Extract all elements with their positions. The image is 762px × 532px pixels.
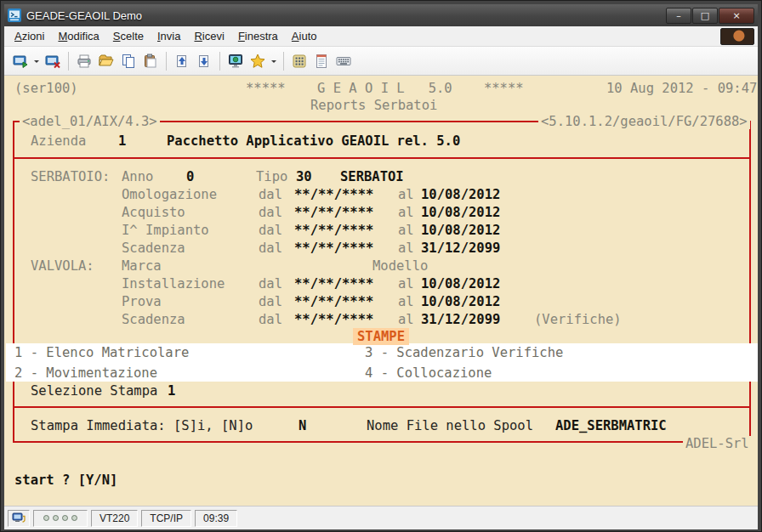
- print-option-4[interactable]: 4 - Collocazione: [365, 365, 492, 381]
- paste-icon[interactable]: [139, 50, 162, 72]
- row-label: Scadenza: [122, 241, 185, 256]
- toolbar-separator: [219, 52, 220, 71]
- menubar-logo-image: [720, 28, 754, 45]
- valvola-section-label: VALVOLA:: [31, 258, 94, 274]
- connection-status-cell: [8, 510, 30, 527]
- dal-word: dal: [259, 187, 282, 202]
- terminal-type-cell: VT220: [91, 510, 138, 527]
- date-to: 31/12/2099: [421, 241, 500, 256]
- al-word: al: [398, 205, 414, 220]
- app-banner: ***** G E A O I L 5.0 *****: [246, 81, 524, 96]
- keypad-icon[interactable]: [288, 50, 310, 72]
- menu-invia[interactable]: Invia: [151, 27, 187, 45]
- close-button[interactable]: ×: [719, 8, 754, 24]
- menu-aiuto[interactable]: Aiuto: [285, 27, 324, 45]
- titlebar[interactable]: GEADE-GEAOIL Demo – □ ×: [4, 4, 758, 26]
- connection-icon: [12, 512, 26, 525]
- date-from: **/**/****: [294, 312, 373, 327]
- hotspots-dropdown-icon[interactable]: [269, 50, 279, 72]
- date-to: 10/08/2012: [421, 187, 500, 202]
- display-setup-icon[interactable]: [225, 50, 247, 72]
- date-from: **/**/****: [294, 241, 373, 256]
- window-title: GEADE-GEAOIL Demo: [26, 9, 142, 22]
- window-controls: – □ ×: [665, 8, 754, 24]
- print-option-1[interactable]: 1 - Elenco Matricolare: [14, 345, 189, 360]
- connect-dropdown-icon[interactable]: [31, 50, 42, 72]
- menubar: Azioni Modifica Scelte Invia Ricevi Fine…: [4, 26, 758, 47]
- dal-word: dal: [259, 276, 282, 291]
- marca-label: Marca: [122, 258, 162, 274]
- toolbar-separator: [68, 52, 69, 71]
- spool-value[interactable]: ADE_SERBMATRIC: [555, 418, 667, 433]
- send-files-icon[interactable]: [171, 50, 193, 72]
- date-from: **/**/****: [294, 187, 373, 202]
- package-name: Pacchetto Applicativo GEAOIL rel. 5.0: [167, 133, 460, 149]
- connect-icon[interactable]: [9, 50, 31, 72]
- selezione-label: Selezione Stampa: [31, 383, 157, 399]
- dal-word: dal: [259, 205, 282, 220]
- stampa-immediata-value[interactable]: N: [299, 418, 306, 433]
- date-from: **/**/****: [294, 205, 373, 220]
- protocol-cell: TCP/IP: [141, 510, 191, 527]
- company-label: ADEL-Srl: [683, 436, 752, 451]
- copy-icon[interactable]: [117, 50, 139, 72]
- row-label: Scadenza: [122, 312, 185, 327]
- tipo-value: 30: [296, 169, 312, 184]
- tipo-name: SERBATOI: [340, 169, 404, 184]
- disconnect-icon[interactable]: [42, 50, 64, 72]
- receive-files-icon[interactable]: [193, 50, 215, 72]
- serbatoio-section-label: SERBATOIO:: [31, 169, 110, 184]
- anno-label: Anno: [122, 169, 153, 184]
- maximize-button[interactable]: □: [692, 8, 718, 24]
- notes-icon[interactable]: [310, 50, 333, 72]
- print-option-2[interactable]: 2 - Movimentazione: [14, 365, 157, 381]
- print-option-3[interactable]: 3 - Scadenzario Verifiche: [365, 345, 563, 360]
- keyboard-map-icon[interactable]: [333, 50, 355, 72]
- frame-separator: [13, 406, 751, 408]
- menu-modifica[interactable]: Modifica: [51, 27, 105, 45]
- spool-label: Nome File nello Spool: [367, 418, 533, 433]
- session-indicator-dots: [33, 510, 88, 527]
- dal-word: dal: [259, 312, 282, 327]
- row-label: Acquisto: [122, 205, 185, 220]
- date-to: 10/08/2012: [421, 276, 500, 291]
- row-label: Prova: [122, 294, 162, 309]
- al-word: al: [398, 241, 414, 256]
- al-word: al: [398, 276, 414, 291]
- date-to: 31/12/2099: [421, 312, 500, 327]
- minimize-button[interactable]: –: [666, 8, 691, 24]
- date-from: **/**/****: [294, 294, 373, 309]
- app-icon[interactable]: [8, 8, 21, 22]
- stampa-immediata-label: Stampa Immediata: [S]i, [N]o: [31, 418, 253, 433]
- menu-scelte[interactable]: Scelte: [106, 27, 151, 45]
- row-label: Installazione: [122, 276, 225, 291]
- azienda-label: Azienda: [31, 133, 86, 149]
- modello-label: Modello: [372, 258, 428, 274]
- menu-ricevi[interactable]: Ricevi: [187, 27, 230, 45]
- clock-cell: 09:39: [195, 510, 237, 527]
- dal-word: dal: [259, 241, 282, 256]
- dal-word: dal: [259, 294, 282, 309]
- version-label: <5.10.1.2/geaoil/FG/27688>: [538, 114, 750, 129]
- toolbar-separator: [166, 52, 167, 71]
- menu-azioni[interactable]: Azioni: [8, 27, 51, 45]
- stampe-title: STAMPE: [353, 328, 409, 345]
- statusbar: VT220 TCP/IP 09:39: [4, 506, 758, 529]
- open-icon[interactable]: [95, 50, 117, 72]
- hotspots-icon[interactable]: [247, 50, 269, 72]
- verifiche-note: (Verifiche): [534, 312, 622, 327]
- selezione-value[interactable]: 1: [168, 383, 175, 399]
- start-prompt: start ? [Y/N]: [14, 473, 117, 488]
- date-to: 10/08/2012: [421, 205, 500, 220]
- azienda-value: 1: [118, 133, 126, 149]
- frame-separator: [13, 157, 751, 159]
- terminal-screen[interactable]: (ser100) ***** G E A O I L 5.0 ***** 10 …: [4, 76, 758, 506]
- date-from: **/**/****: [294, 276, 373, 291]
- host-label: <adel_01/AIX/4.3>: [20, 114, 160, 129]
- date-from: **/**/****: [294, 223, 373, 238]
- print-icon[interactable]: [73, 50, 95, 72]
- report-subtitle: Reports Serbatoi: [310, 98, 437, 113]
- menu-finestra[interactable]: Finestra: [231, 27, 285, 45]
- anno-value: 0: [186, 169, 194, 184]
- date-to: 10/08/2012: [421, 223, 500, 238]
